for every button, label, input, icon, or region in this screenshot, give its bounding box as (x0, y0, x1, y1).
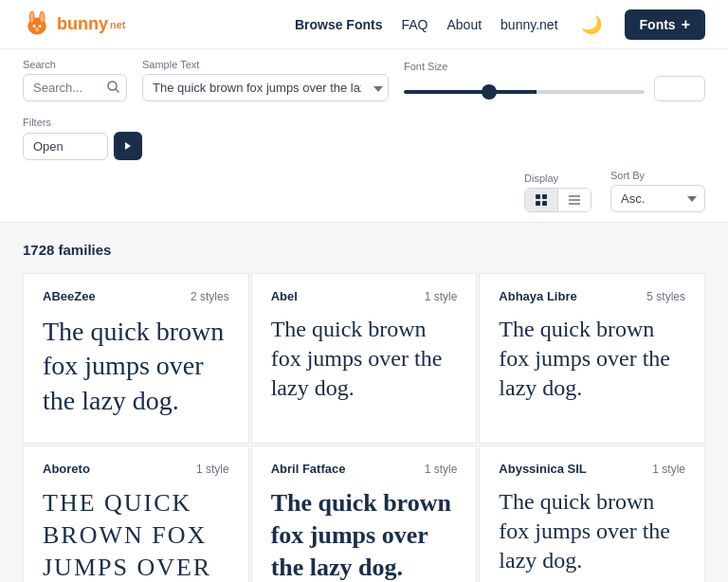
dark-mode-toggle[interactable]: 🌙 (581, 14, 602, 35)
logo: bunnynet (23, 10, 126, 39)
search-group: Search (23, 59, 127, 101)
svg-rect-10 (536, 194, 540, 199)
font-card[interactable]: Abril Fatface1 styleThe quick brown fox … (251, 446, 478, 582)
filters-group: Filters Open (23, 117, 142, 160)
fontsize-label: Font Size (404, 61, 705, 72)
sort-label: Sort By (610, 170, 705, 181)
nav-browse-fonts[interactable]: Browse Fonts (295, 17, 383, 32)
nav-about[interactable]: About (446, 17, 482, 32)
nav-faq[interactable]: FAQ (401, 17, 428, 32)
display-group: Display (524, 173, 592, 212)
toolbar-row2: Display (23, 170, 705, 212)
font-preview: The quick brown fox jumps over the lazy … (499, 315, 685, 404)
sort-select[interactable]: Asc. (610, 185, 705, 212)
fonts-button[interactable]: Fonts + (625, 9, 705, 40)
fontsize-row: 30 px (404, 76, 705, 101)
svg-rect-12 (536, 201, 540, 206)
display-list-button[interactable] (558, 189, 591, 211)
svg-point-6 (39, 25, 42, 27)
sample-text-group: Sample Text (142, 59, 389, 101)
font-styles: 5 styles (646, 290, 685, 303)
sort-group: Sort By Asc. (610, 170, 705, 212)
font-card-header: Abhaya Libre5 styles (499, 289, 685, 303)
search-icon-button[interactable] (107, 81, 119, 96)
font-styles: 1 style (196, 463, 229, 476)
logo-text: bunny (57, 14, 108, 34)
svg-line-9 (116, 89, 118, 92)
font-card[interactable]: Abhaya Libre5 stylesThe quick brown fox … (479, 273, 705, 444)
arrow-right-icon (123, 141, 133, 151)
fontsize-slider[interactable] (404, 90, 645, 94)
display-grid-button[interactable] (525, 189, 558, 211)
nav-bunnynet[interactable]: bunny.net (500, 17, 557, 32)
search-icon (107, 81, 119, 93)
slider-wrapper (404, 82, 645, 97)
sample-text-input[interactable] (142, 74, 389, 101)
grid-icon (535, 193, 548, 207)
font-preview: The quick brown fox jumps over the lazy … (271, 315, 458, 404)
sample-wrapper (142, 74, 389, 101)
font-styles: 1 style (425, 290, 458, 303)
font-styles: 1 style (425, 463, 458, 476)
font-preview: The quick brown fox jumps over the lazy … (271, 487, 458, 582)
plus-icon: + (682, 16, 690, 33)
filters-go-button[interactable] (114, 132, 142, 160)
font-preview: The quick brown fox jumps over the lazy … (499, 487, 685, 576)
font-name: Aboreto (43, 462, 90, 476)
main-content: 1728 families ABeeZee2 stylesThe quick b… (0, 223, 728, 582)
font-name: Abhaya Libre (499, 289, 576, 303)
sample-dropdown-button[interactable] (373, 82, 383, 95)
font-card-header: Abyssinica SIL1 style (499, 462, 685, 476)
font-name: Abel (271, 289, 298, 303)
display-label: Display (524, 173, 592, 184)
font-card-header: Aboreto1 style (43, 462, 229, 476)
filters-select[interactable]: Open (23, 133, 108, 160)
font-name: ABeeZee (43, 289, 96, 303)
svg-point-3 (30, 12, 34, 23)
svg-rect-13 (542, 201, 547, 206)
font-grid: ABeeZee2 stylesThe quick brown fox jumps… (23, 273, 705, 582)
filters-row: Open (23, 132, 142, 160)
search-label: Search (23, 59, 127, 70)
svg-point-7 (35, 27, 40, 32)
display-sort-wrapper: Display (524, 170, 705, 212)
font-card-header: ABeeZee2 styles (43, 289, 229, 303)
svg-rect-11 (542, 194, 547, 199)
fontsize-group: Font Size 30 px (404, 61, 705, 101)
fonts-button-label: Fonts (640, 17, 676, 32)
filters-label: Filters (23, 117, 142, 128)
font-styles: 1 style (652, 463, 685, 476)
font-card-header: Abel1 style (271, 289, 458, 303)
font-name: Abril Fatface (271, 462, 346, 476)
svg-point-4 (40, 12, 44, 23)
logo-sup: net (110, 19, 126, 30)
font-card[interactable]: ABeeZee2 stylesThe quick brown fox jumps… (23, 273, 249, 444)
search-wrapper (23, 74, 127, 101)
fontsize-value-input[interactable]: 30 px (654, 76, 705, 101)
sample-text-label: Sample Text (142, 59, 389, 70)
font-card[interactable]: Abel1 styleThe quick brown fox jumps ove… (251, 273, 478, 444)
font-preview: The quick brown fox jumps over the lazy … (43, 315, 229, 418)
font-card[interactable]: Aboreto1 styleTHE QUICK BROWN FOX JUMPS … (23, 446, 249, 582)
font-name: Abyssinica SIL (499, 462, 586, 476)
font-card-header: Abril Fatface1 style (271, 462, 458, 476)
nav-links: Browse Fonts FAQ About bunny.net (295, 17, 558, 32)
families-count: 1728 families (23, 242, 705, 258)
toolbar: Search Sample Text (0, 49, 728, 223)
svg-point-5 (33, 25, 36, 27)
font-styles: 2 styles (191, 290, 229, 303)
display-buttons (524, 188, 592, 212)
bunny-logo-icon (23, 10, 51, 39)
font-preview: THE QUICK BROWN FOX JUMPS OVER THE LAZY … (43, 487, 229, 582)
toolbar-row1: Search Sample Text (23, 59, 705, 160)
navbar: bunnynet Browse Fonts FAQ About bunny.ne… (0, 0, 728, 49)
list-icon (568, 193, 581, 207)
font-card[interactable]: Abyssinica SIL1 styleThe quick brown fox… (479, 446, 705, 582)
chevron-down-icon (373, 86, 383, 92)
